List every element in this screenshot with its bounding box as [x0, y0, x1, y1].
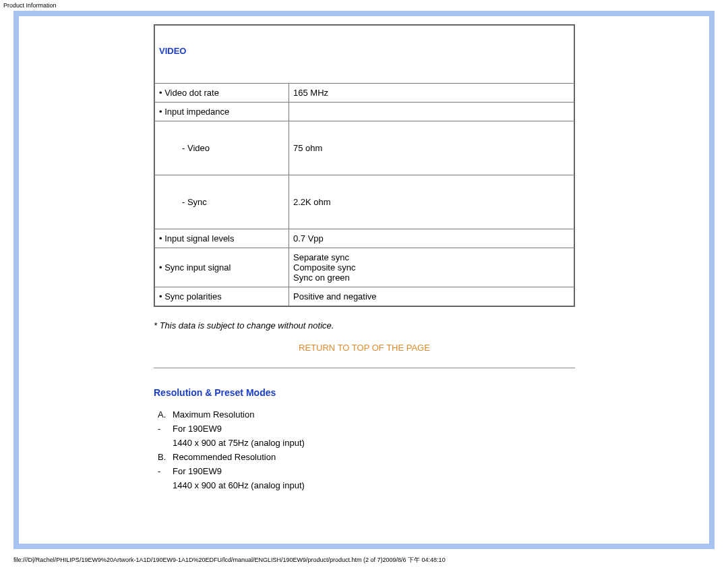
spec-value: Positive and negative — [289, 287, 574, 306]
spec-label: • Input impedance — [155, 103, 289, 121]
footer-file-path: file:///D|/Rachel/PHILIPS/19EW9%20Artwor… — [0, 549, 728, 569]
page-frame: VIDEO • Video dot rate 165 MHz • Input i… — [13, 11, 715, 549]
return-to-top-link[interactable]: RETURN TO TOP OF THE PAGE — [299, 343, 430, 353]
spec-label: • Input signal levels — [155, 229, 289, 248]
spec-value-line: Sync on green — [293, 273, 350, 283]
list-detail: 1440 x 900 at 60Hz (analog input) — [173, 480, 305, 490]
divider — [154, 368, 575, 368]
list-marker: - — [158, 424, 173, 434]
list-label: Recommended Resolution — [173, 452, 276, 462]
video-heading-cell: VIDEO — [155, 26, 574, 83]
spec-value: Separate sync Composite sync Sync on gre… — [289, 248, 574, 287]
list-label: For 190EW9 — [173, 466, 222, 476]
spec-value-line: Composite sync — [293, 262, 355, 273]
spec-label: • Sync input signal — [155, 248, 289, 287]
resolution-heading: Resolution & Preset Modes — [154, 387, 709, 398]
list-item: B.Recommended Resolution — [158, 450, 709, 464]
list-item: 1440 x 900 at 75Hz (analog input) — [158, 436, 709, 450]
spec-value: 2.2K ohm — [289, 175, 574, 229]
list-marker: A. — [158, 409, 173, 420]
resolution-list: A.Maximum Resolution -For 190EW9 1440 x … — [154, 407, 709, 492]
list-item: -For 190EW9 — [158, 422, 709, 436]
spec-label: • Video dot rate — [155, 84, 289, 102]
list-item: A.Maximum Resolution — [158, 407, 709, 422]
list-detail: 1440 x 900 at 75Hz (analog input) — [173, 438, 305, 448]
spec-value — [289, 103, 574, 121]
content-area: VIDEO • Video dot rate 165 MHz • Input i… — [19, 24, 709, 492]
page-header-label: Product Information — [0, 0, 728, 11]
list-label: Maximum Resolution — [173, 409, 254, 420]
disclaimer-note: * This data is subject to change without… — [154, 320, 709, 331]
spec-value-line: Separate sync — [293, 252, 349, 262]
spec-sublabel: - Video — [155, 121, 289, 175]
spec-label: • Sync polarities — [155, 287, 289, 306]
video-spec-table: VIDEO • Video dot rate 165 MHz • Input i… — [154, 24, 575, 307]
list-label: For 190EW9 — [173, 424, 222, 434]
spec-value: 75 ohm — [289, 121, 574, 175]
spec-value: 0.7 Vpp — [289, 229, 574, 248]
list-marker: B. — [158, 452, 173, 462]
spec-sublabel: - Sync — [155, 175, 289, 229]
list-item: 1440 x 900 at 60Hz (analog input) — [158, 478, 709, 492]
list-marker: - — [158, 466, 173, 476]
return-to-top: RETURN TO TOP OF THE PAGE — [154, 343, 575, 353]
spec-value: 165 MHz — [289, 84, 574, 102]
list-item: -For 190EW9 — [158, 464, 709, 478]
video-heading: VIDEO — [159, 46, 186, 56]
